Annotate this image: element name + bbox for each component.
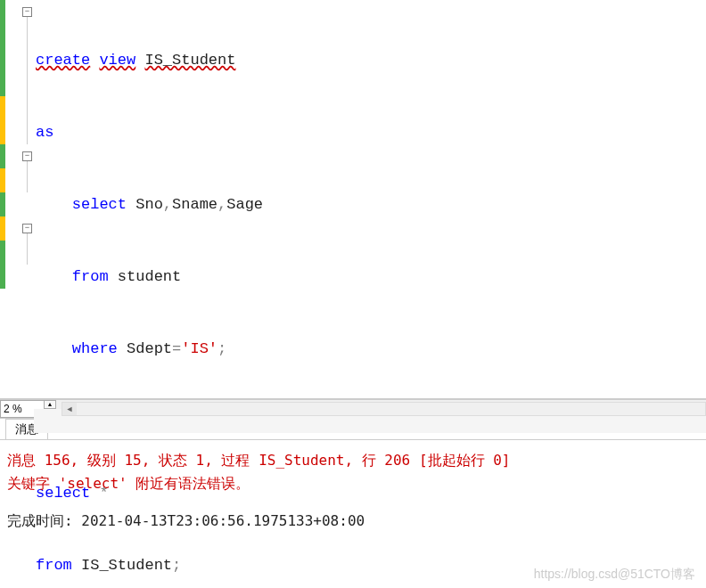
code-text[interactable]: create view IS_Student as select Sno,Sna… [34, 0, 706, 398]
error-message: 关键字 'select' 附近有语法错误。 [7, 472, 699, 495]
fold-toggle-icon[interactable]: − [22, 224, 32, 233]
code-editor[interactable]: − − − create view IS_Student as select S… [0, 0, 706, 399]
fold-toggle-icon[interactable]: − [22, 7, 32, 17]
zoom-bar: ▲ ▼ ◄ [0, 399, 706, 419]
error-message: 消息 156, 级别 15, 状态 1, 过程 IS_Student, 行 20… [7, 449, 699, 472]
fold-toggle-icon[interactable]: − [22, 151, 32, 161]
messages-panel[interactable]: 消息 156, 级别 15, 状态 1, 过程 IS_Student, 行 20… [0, 440, 706, 542]
change-gutter [0, 0, 21, 398]
horizontal-scrollbar[interactable]: ◄ [62, 402, 706, 416]
completion-time: 完成时间: 2021-04-13T23:06:56.1975133+08:00 [7, 510, 699, 533]
watermark: https://blog.csd@51CTO博客 [534, 567, 695, 583]
fold-gutter: − − − [21, 0, 34, 398]
scroll-left-icon[interactable]: ◄ [62, 403, 77, 415]
